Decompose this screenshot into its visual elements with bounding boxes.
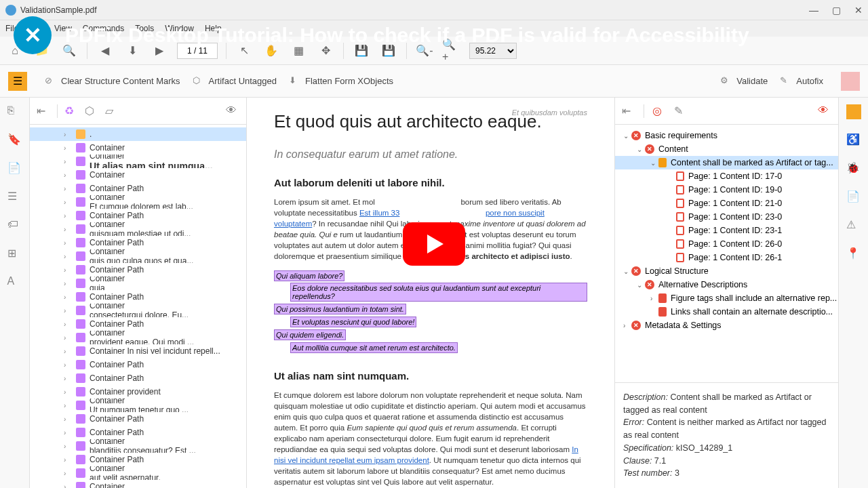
target-icon[interactable]: ◎ bbox=[652, 104, 666, 118]
panel-toggle-icon[interactable] bbox=[846, 104, 861, 119]
tree-item[interactable]: ›Container Ut alias nam sint numqua... bbox=[30, 155, 246, 168]
document-icon[interactable]: 📄 bbox=[7, 161, 22, 176]
collapse-icon[interactable]: ⇤ bbox=[37, 104, 50, 118]
val-page-item[interactable]: Page: 1 Content ID: 17-0 bbox=[615, 169, 838, 183]
bookmark-icon[interactable]: 🔖 bbox=[7, 133, 22, 148]
tree-item[interactable]: ›. bbox=[30, 127, 246, 141]
save-icon[interactable]: 💾 bbox=[352, 41, 371, 60]
tree-item[interactable]: ›Container Path bbox=[30, 290, 246, 304]
next-page-icon[interactable]: ▶ bbox=[150, 41, 169, 60]
tag2-icon[interactable]: ▱ bbox=[105, 104, 119, 118]
hamburger-icon[interactable]: ☰ bbox=[8, 72, 27, 91]
tree-item[interactable]: ›Container Path bbox=[30, 453, 246, 466]
pan-icon[interactable]: ✥ bbox=[316, 41, 335, 60]
pencil-icon[interactable]: ✎ bbox=[674, 104, 688, 118]
close-button[interactable]: ✕ bbox=[854, 5, 863, 16]
tree-item[interactable]: ›Container Path bbox=[30, 412, 246, 426]
artifact-untagged-button[interactable]: ⬡ Artifact Untagged bbox=[193, 75, 277, 87]
tree-item[interactable]: ›Container Path bbox=[30, 263, 246, 277]
val-linkrule[interactable]: Links shall contain an alternate descrip… bbox=[615, 305, 838, 319]
list-icon[interactable]: ☰ bbox=[7, 190, 22, 205]
prev-page-icon[interactable]: ◀ bbox=[96, 41, 115, 60]
accessibility-icon[interactable]: ♿ bbox=[846, 133, 861, 148]
tree-item[interactable]: ›Container Path bbox=[30, 317, 246, 331]
tree-item[interactable]: ›Container Path bbox=[30, 358, 246, 371]
tag-icon[interactable]: 🏷 bbox=[7, 218, 22, 233]
warning-icon[interactable]: ⚠ bbox=[846, 218, 861, 233]
val-rule-content[interactable]: ⌄Content shall be marked as Artifact or … bbox=[615, 156, 838, 169]
untag2-icon[interactable]: ⬡ bbox=[85, 104, 98, 118]
val-basic[interactable]: ⌄✕Basic requirements bbox=[615, 129, 838, 142]
val-page-item[interactable]: Page: 1 Content ID: 23-0 bbox=[615, 210, 838, 224]
saveas-icon[interactable]: 💾 bbox=[379, 41, 398, 60]
maximize-button[interactable]: ▢ bbox=[832, 5, 841, 16]
folder-icon[interactable]: 📁 bbox=[33, 41, 52, 60]
menu-view[interactable]: View bbox=[54, 24, 72, 33]
grid-icon[interactable]: ▦ bbox=[289, 41, 308, 60]
play-button[interactable] bbox=[403, 222, 465, 266]
tree-item[interactable]: ›Container Et cumque dolorem est lab... bbox=[30, 195, 246, 209]
val-logical[interactable]: ⌄✕Logical Structure bbox=[615, 264, 838, 278]
tree-item[interactable]: ›Container Path bbox=[30, 371, 246, 385]
menu-edit[interactable]: Edit bbox=[29, 24, 43, 33]
tree-item[interactable]: ›Container quia bbox=[30, 277, 246, 290]
pointer-icon[interactable]: ↖ bbox=[235, 41, 254, 60]
zoom-select[interactable]: 95.22 bbox=[469, 43, 517, 59]
tree-item[interactable]: ›Container bbox=[30, 480, 246, 488]
zoom-in-icon[interactable]: 🔍+ bbox=[442, 41, 461, 60]
minimize-button[interactable]: — bbox=[809, 5, 818, 16]
val-metadata[interactable]: ›✕Metadata & Settings bbox=[615, 319, 838, 332]
tree-item[interactable]: ›Container blanditiis consequatur? Est .… bbox=[30, 439, 246, 453]
tree-item[interactable]: ›Container bbox=[30, 141, 246, 155]
val-page-item[interactable]: Page: 1 Content ID: 26-1 bbox=[615, 251, 838, 264]
tree-item[interactable]: ›Container Path bbox=[30, 426, 246, 439]
bug-icon[interactable]: 🐞 bbox=[846, 161, 861, 176]
recycle-icon[interactable]: ♻ bbox=[64, 104, 78, 118]
val-altdesc[interactable]: ⌄✕Alternative Descriptions bbox=[615, 278, 838, 291]
tree-item[interactable]: ›Container Path bbox=[30, 209, 246, 222]
tree-item[interactable]: ›Container provident bbox=[30, 385, 246, 399]
page-input[interactable] bbox=[177, 43, 218, 59]
menu-help[interactable]: Help bbox=[205, 24, 222, 33]
tree-item[interactable]: ›Container Path bbox=[30, 182, 246, 195]
tree-item[interactable]: ›Container quis quo culpa quos et qua... bbox=[30, 249, 246, 263]
tree-item[interactable]: ›Container Ut numquam tenetur quo ... bbox=[30, 399, 246, 412]
val-page-item[interactable]: Page: 1 Content ID: 26-0 bbox=[615, 237, 838, 251]
val-page-item[interactable]: Page: 1 Content ID: 23-1 bbox=[615, 224, 838, 237]
val-figrule[interactable]: ›Figure tags shall include an alternativ… bbox=[615, 291, 838, 305]
home-icon[interactable]: ⌂ bbox=[5, 41, 24, 60]
val-page-item[interactable]: Page: 1 Content ID: 21-0 bbox=[615, 197, 838, 210]
copy-icon[interactable]: ⎘ bbox=[7, 104, 22, 119]
tree-item[interactable]: ›Container consecteturqui dolore. Eu... bbox=[30, 304, 246, 317]
eye2-icon[interactable]: 👁 bbox=[818, 104, 831, 118]
tree-item[interactable]: ›Container provident eaque. Qui modi ... bbox=[30, 331, 246, 344]
menu-window[interactable]: Window bbox=[165, 24, 194, 33]
tree-item[interactable]: ›Container In nisi vel incidunt repell..… bbox=[30, 344, 246, 358]
text-icon[interactable]: A bbox=[7, 275, 22, 290]
close-panel-icon[interactable] bbox=[841, 72, 860, 91]
tree-item[interactable]: ›Container aut velit aspernatur. bbox=[30, 466, 246, 480]
hand-icon[interactable]: ✋ bbox=[262, 41, 281, 60]
doc-link1[interactable]: Est illum 33 bbox=[359, 209, 399, 217]
page-icon[interactable]: 📄 bbox=[846, 190, 861, 205]
tree-item[interactable]: ›Container Path bbox=[30, 236, 246, 249]
zoom-out-icon[interactable]: 🔍- bbox=[415, 41, 434, 60]
autofix-button[interactable]: ✎ Autofix bbox=[780, 75, 823, 87]
flatten-button[interactable]: ⬇ Flatten Form XObjects bbox=[289, 75, 393, 87]
grid2-icon[interactable]: ⊞ bbox=[7, 247, 22, 262]
search-icon[interactable]: 🔍 bbox=[60, 41, 79, 60]
val-page-item[interactable]: Page: 1 Content ID: 19-0 bbox=[615, 183, 838, 197]
location-icon[interactable]: 📍 bbox=[846, 247, 861, 262]
tree-item[interactable]: ›Container bbox=[30, 168, 246, 182]
clear-marks-button[interactable]: ⊘ Clear Structure Content Marks bbox=[45, 75, 180, 87]
collapse2-icon[interactable]: ⇤ bbox=[622, 104, 635, 118]
validate-button[interactable]: ⚙ Validate bbox=[720, 75, 768, 87]
download-icon[interactable]: ⬇ bbox=[123, 41, 142, 60]
eye-icon[interactable]: 👁 bbox=[226, 104, 239, 118]
tree-item[interactable]: ›Container quisquam molestiae ut odi... bbox=[30, 222, 246, 236]
val-content[interactable]: ⌄✕Content bbox=[615, 142, 838, 156]
menu-file[interactable]: File bbox=[5, 24, 18, 33]
menu-tools[interactable]: Tools bbox=[135, 24, 154, 33]
menu-commands[interactable]: Commands bbox=[83, 24, 124, 33]
document-view[interactable]: Et quibusdam voluptas Et quod quis aut a… bbox=[247, 98, 614, 488]
